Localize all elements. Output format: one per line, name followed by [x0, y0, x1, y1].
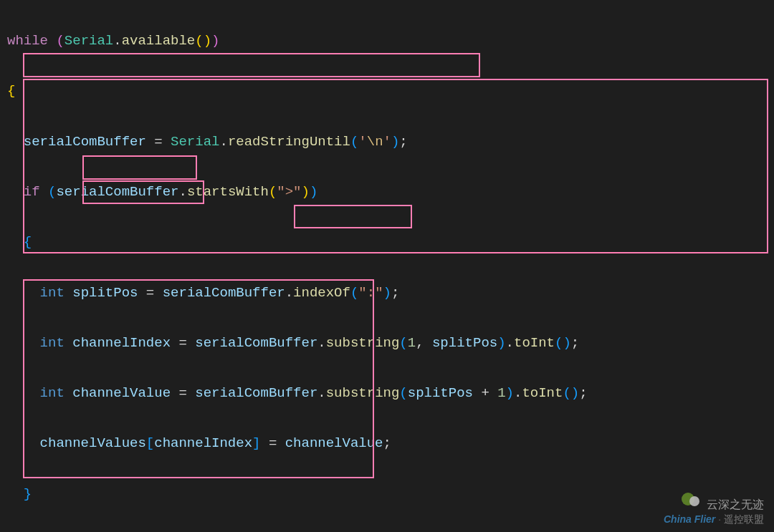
- keyword-while: while: [7, 33, 48, 49]
- fn-startsWith: startsWith: [187, 184, 269, 200]
- brace-close: }: [24, 486, 32, 502]
- fn-toInt: toInt: [514, 335, 555, 351]
- var-splitPos: splitPos: [408, 385, 473, 401]
- watermark-secondary: China Flier · 遥控联盟: [664, 511, 764, 529]
- code-line: channelValues[channelIndex] = channelVal…: [7, 431, 770, 456]
- fn-available: available: [122, 33, 196, 49]
- fn-toInt: toInt: [522, 385, 563, 401]
- fn-substring: substring: [326, 385, 400, 401]
- var-serialComBuffer: serialComBuffer: [195, 335, 317, 351]
- code-line: while (Serial.available()): [7, 29, 770, 54]
- svg-point-1: [689, 496, 699, 506]
- brace-open: {: [7, 83, 15, 99]
- var-serialComBuffer: serialComBuffer: [163, 285, 285, 301]
- fn-readStringUntil: readStringUntil: [228, 134, 350, 150]
- fn-substring: substring: [326, 335, 400, 351]
- var-channelIndex: channelIndex: [154, 435, 252, 451]
- string-literal: ">": [277, 184, 301, 200]
- fn-indexOf: indexOf: [293, 285, 350, 301]
- var-channelValue: channelValue: [285, 435, 383, 451]
- code-line: {: [7, 230, 770, 255]
- var-channelValues: channelValues: [40, 435, 146, 451]
- obj-serial: Serial: [171, 134, 219, 150]
- code-line: int splitPos = serialComBuffer.indexOf("…: [7, 281, 770, 306]
- code-line: serialComBuffer = Serial.readStringUntil…: [7, 130, 770, 155]
- num-literal: 1: [408, 335, 416, 351]
- var-splitPos: splitPos: [72, 285, 138, 301]
- code-line: int channelValue = serialComBuffer.subst…: [7, 381, 770, 406]
- code-line: }: [7, 482, 770, 507]
- code-line: if (serialComBuffer.startsWith(">")): [7, 180, 770, 205]
- wechat-icon: [680, 491, 703, 508]
- var-serialComBuffer: serialComBuffer: [56, 184, 178, 200]
- brace-open: {: [24, 234, 32, 250]
- var-channelValue: channelValue: [72, 385, 171, 401]
- string-literal: ":": [358, 285, 383, 301]
- num-literal: 1: [497, 385, 505, 401]
- obj-serial: Serial: [64, 33, 113, 49]
- code-line: {: [7, 79, 770, 104]
- var-serialComBuffer: serialComBuffer: [24, 134, 146, 150]
- type-int: int: [40, 385, 64, 401]
- type-int: int: [40, 285, 64, 301]
- type-int: int: [40, 335, 64, 351]
- var-serialComBuffer: serialComBuffer: [195, 385, 317, 401]
- var-channelIndex: channelIndex: [72, 335, 171, 351]
- code-line: int channelIndex = serialComBuffer.subst…: [7, 331, 770, 356]
- var-splitPos: splitPos: [432, 335, 497, 351]
- code-editor[interactable]: while (Serial.available()) { serialComBu…: [4, 4, 770, 532]
- string-literal: '\n': [358, 134, 391, 150]
- keyword-if: if: [24, 184, 40, 200]
